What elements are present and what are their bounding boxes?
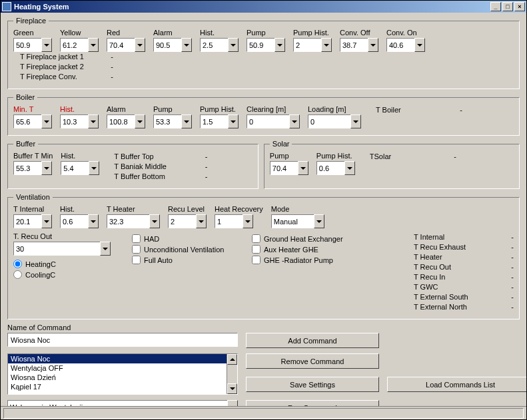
- recu-out-combo[interactable]: [13, 242, 111, 256]
- field-combo[interactable]: [200, 38, 239, 52]
- dropdown-icon[interactable]: [344, 161, 355, 175]
- field-combo[interactable]: [13, 161, 53, 175]
- field-combo[interactable]: [107, 114, 145, 128]
- field-input[interactable]: [247, 114, 289, 128]
- checkbox[interactable]: [252, 234, 261, 243]
- command-name-input[interactable]: [7, 333, 238, 347]
- dropdown-icon[interactable]: [350, 114, 361, 128]
- field-input[interactable]: [153, 114, 181, 128]
- dropdown-icon[interactable]: [100, 242, 111, 256]
- field-input[interactable]: [107, 214, 149, 228]
- field-combo[interactable]: [107, 38, 145, 52]
- field-combo[interactable]: [215, 214, 263, 228]
- field-combo[interactable]: [308, 114, 361, 128]
- field-input[interactable]: [386, 38, 414, 52]
- radio[interactable]: [13, 260, 22, 268]
- field-input[interactable]: [200, 38, 228, 52]
- field-input[interactable]: [271, 214, 314, 228]
- remove-command-button[interactable]: Remove Command: [246, 353, 379, 369]
- dropdown-icon[interactable]: [88, 114, 99, 128]
- dropdown-icon[interactable]: [274, 38, 285, 52]
- checkbox[interactable]: [132, 245, 141, 254]
- dropdown-icon[interactable]: [41, 161, 52, 175]
- dropdown-icon[interactable]: [41, 214, 52, 228]
- field-input[interactable]: [247, 38, 274, 52]
- dropdown-icon[interactable]: [41, 38, 52, 52]
- field-input[interactable]: [270, 161, 298, 175]
- checkbox[interactable]: [252, 256, 261, 264]
- dropdown-icon[interactable]: [135, 114, 145, 128]
- field-combo[interactable]: [200, 114, 239, 128]
- list-item[interactable]: Wentylacja OFF: [8, 363, 237, 373]
- field-combo[interactable]: [60, 114, 99, 128]
- field-input[interactable]: [60, 214, 88, 228]
- dropdown-icon[interactable]: [243, 214, 253, 228]
- field-input[interactable]: [13, 38, 41, 52]
- field-combo[interactable]: [60, 38, 99, 52]
- field-input[interactable]: [107, 114, 135, 128]
- field-combo[interactable]: [168, 214, 207, 228]
- list-item[interactable]: Wiosna Dzień: [8, 373, 237, 382]
- dropdown-icon[interactable]: [414, 38, 425, 52]
- field-input[interactable]: [13, 214, 41, 228]
- field-combo[interactable]: [247, 38, 285, 52]
- list-item[interactable]: Wiosna Noc: [8, 354, 237, 363]
- field-combo[interactable]: [270, 161, 308, 175]
- minimize-button[interactable]: _: [490, 2, 501, 11]
- close-button[interactable]: ×: [514, 2, 525, 11]
- checkbox[interactable]: [132, 256, 141, 264]
- dropdown-icon[interactable]: [368, 38, 378, 52]
- field-combo[interactable]: [247, 114, 300, 128]
- field-input[interactable]: [215, 214, 243, 228]
- field-input[interactable]: [107, 38, 135, 52]
- field-combo[interactable]: [60, 214, 99, 228]
- radio[interactable]: [13, 270, 22, 279]
- field-combo[interactable]: [13, 38, 52, 52]
- field-combo[interactable]: [61, 161, 99, 175]
- scroll-down-icon[interactable]: [227, 383, 237, 394]
- run-command-input[interactable]: [7, 400, 227, 406]
- field-combo[interactable]: [340, 38, 378, 52]
- dropdown-icon[interactable]: [228, 114, 239, 128]
- dropdown-icon[interactable]: [88, 38, 99, 52]
- field-combo[interactable]: [293, 38, 332, 52]
- field-input[interactable]: [308, 114, 350, 128]
- field-combo[interactable]: [153, 38, 192, 52]
- dropdown-icon[interactable]: [181, 114, 192, 128]
- checkbox[interactable]: [252, 245, 261, 254]
- dropdown-icon[interactable]: [89, 161, 99, 175]
- recu-out-input[interactable]: [13, 242, 100, 256]
- dropdown-icon[interactable]: [298, 161, 308, 175]
- field-combo[interactable]: [107, 214, 160, 228]
- field-input[interactable]: [153, 38, 181, 52]
- field-input[interactable]: [316, 161, 344, 175]
- field-combo[interactable]: [271, 214, 324, 228]
- dropdown-icon[interactable]: [135, 38, 145, 52]
- dropdown-icon[interactable]: [314, 214, 324, 228]
- dropdown-icon[interactable]: [227, 400, 238, 406]
- dropdown-icon[interactable]: [181, 38, 192, 52]
- scroll-up-icon[interactable]: [227, 354, 237, 365]
- dropdown-icon[interactable]: [289, 114, 300, 128]
- commands-listbox[interactable]: Wiosna NocWentylacja OFFWiosna DzieńKąpi…: [7, 353, 238, 395]
- dropdown-icon[interactable]: [88, 214, 99, 228]
- maximize-button[interactable]: □: [502, 2, 513, 11]
- field-input[interactable]: [340, 38, 368, 52]
- field-combo[interactable]: [13, 214, 52, 228]
- field-combo[interactable]: [386, 38, 425, 52]
- load-commands-button[interactable]: Load Commands List: [387, 377, 526, 392]
- field-combo[interactable]: [316, 161, 355, 175]
- dropdown-icon[interactable]: [196, 214, 207, 228]
- field-input[interactable]: [13, 114, 41, 128]
- dropdown-icon[interactable]: [321, 38, 332, 52]
- add-command-button[interactable]: Add Command: [246, 333, 379, 348]
- dropdown-icon[interactable]: [228, 38, 239, 52]
- listbox-scrollbar[interactable]: [227, 354, 237, 394]
- run-command-combo[interactable]: [7, 400, 238, 406]
- field-input[interactable]: [13, 161, 41, 175]
- list-item[interactable]: Kąpiel 17: [8, 382, 237, 391]
- field-input[interactable]: [168, 214, 196, 228]
- checkbox[interactable]: [132, 234, 141, 243]
- field-input[interactable]: [60, 114, 88, 128]
- dropdown-icon[interactable]: [41, 114, 52, 128]
